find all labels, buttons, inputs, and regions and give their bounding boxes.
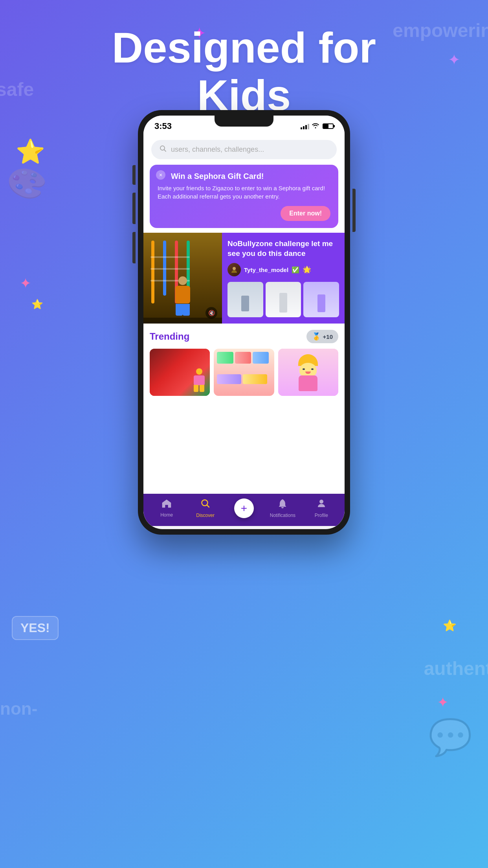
nav-label-profile: Profile bbox=[315, 513, 328, 518]
promo-banner: × Win a Sephora Gift Card! Invite your f… bbox=[150, 165, 338, 228]
coin-icon: 🥇 bbox=[312, 332, 321, 341]
nav-label-notifications: Notifications bbox=[270, 513, 295, 518]
status-bar: 3:53 bbox=[143, 116, 345, 134]
trending-header: Trending 🥇 +10 bbox=[150, 330, 338, 343]
bg-text-authentic: authent bbox=[424, 658, 488, 679]
search-area: users, channels, challenges... bbox=[143, 134, 345, 165]
discover-icon bbox=[200, 498, 211, 511]
brush-icon: 🎨 bbox=[3, 160, 52, 208]
video-thumbnails bbox=[227, 282, 339, 317]
trending-card-1[interactable] bbox=[150, 349, 210, 396]
challenge-info: NoBullyzone challenge let me see you do … bbox=[222, 233, 345, 324]
video-thumb-2[interactable] bbox=[266, 282, 301, 317]
creator-row: Tyty_the_model ✅ 🌟 bbox=[227, 263, 339, 276]
star-pink-icon: ✦ bbox=[20, 275, 31, 292]
status-time: 3:53 bbox=[154, 121, 172, 131]
phone-screen: 3:53 bbox=[143, 116, 345, 529]
notifications-icon bbox=[278, 498, 287, 511]
yes-badge: YES! bbox=[12, 616, 59, 640]
signal-icon bbox=[301, 123, 309, 129]
profile-icon bbox=[317, 498, 326, 511]
svg-point-2 bbox=[233, 267, 236, 270]
enter-now-button[interactable]: Enter now! bbox=[281, 206, 330, 221]
nav-item-notifications[interactable]: Notifications bbox=[263, 498, 302, 518]
screen-content: users, channels, challenges... × Win a S… bbox=[143, 134, 345, 526]
main-heading: Designed for Kids bbox=[0, 24, 488, 119]
chat-bubble-icon: 💬 bbox=[428, 717, 472, 758]
plus-button[interactable]: + bbox=[234, 498, 254, 518]
nav-label-discover: Discover bbox=[196, 513, 215, 518]
star-gold-small-icon: ⭐ bbox=[31, 299, 43, 310]
video-thumb-3[interactable] bbox=[303, 282, 339, 317]
status-icons bbox=[301, 122, 334, 131]
nav-item-home[interactable]: Home bbox=[147, 499, 186, 518]
search-placeholder-text: users, channels, challenges... bbox=[171, 145, 264, 154]
challenge-video[interactable]: 🔇 bbox=[143, 233, 222, 324]
trending-badge: 🥇 +10 bbox=[306, 330, 338, 343]
trending-badge-count: +10 bbox=[323, 333, 333, 340]
bg-text-non: non- bbox=[0, 699, 37, 719]
challenge-title: NoBullyzone challenge let me see you do … bbox=[227, 239, 339, 258]
challenge-section: 🔇 NoBullyzone challenge let me see you d… bbox=[143, 233, 345, 324]
promo-title: Win a Sephora Gift Card! bbox=[171, 172, 330, 181]
svg-line-1 bbox=[164, 150, 166, 152]
wifi-icon bbox=[312, 122, 319, 131]
video-thumb-1[interactable] bbox=[227, 282, 263, 317]
star-pink-bottom-right-icon: ✦ bbox=[437, 694, 449, 711]
nav-item-profile[interactable]: Profile bbox=[302, 498, 341, 518]
star-gold-right-bottom-icon: ⭐ bbox=[443, 619, 457, 632]
trending-grid bbox=[150, 349, 338, 396]
phone-frame: 3:53 bbox=[138, 110, 350, 535]
trending-card-3[interactable] bbox=[278, 349, 338, 396]
creator-avatar bbox=[227, 263, 241, 276]
svg-line-4 bbox=[207, 505, 209, 508]
trending-card-2[interactable] bbox=[214, 349, 274, 396]
nav-item-plus[interactable]: + bbox=[225, 498, 263, 518]
notch bbox=[215, 116, 273, 127]
nav-label-home: Home bbox=[160, 512, 173, 518]
trending-title: Trending bbox=[150, 331, 189, 342]
star-gold-large-icon: ⭐ bbox=[16, 138, 45, 166]
home-icon bbox=[161, 499, 172, 511]
creator-name: Tyty_the_model bbox=[244, 267, 288, 273]
nav-item-discover[interactable]: Discover bbox=[186, 498, 224, 518]
search-bar[interactable]: users, channels, challenges... bbox=[151, 140, 337, 159]
star-badge-icon: 🌟 bbox=[303, 265, 311, 274]
search-icon bbox=[159, 145, 167, 154]
heading-line1: Designed for bbox=[112, 23, 376, 72]
promo-close-button[interactable]: × bbox=[156, 170, 165, 180]
promo-description: Invite your friends to Zigazoo to enter … bbox=[158, 184, 330, 200]
svg-point-5 bbox=[319, 500, 323, 504]
trending-section: Trending 🥇 +10 bbox=[143, 324, 345, 494]
verified-icon: ✅ bbox=[292, 266, 299, 274]
battery-icon bbox=[323, 123, 334, 129]
bottom-nav: Home Discover + bbox=[143, 494, 345, 526]
